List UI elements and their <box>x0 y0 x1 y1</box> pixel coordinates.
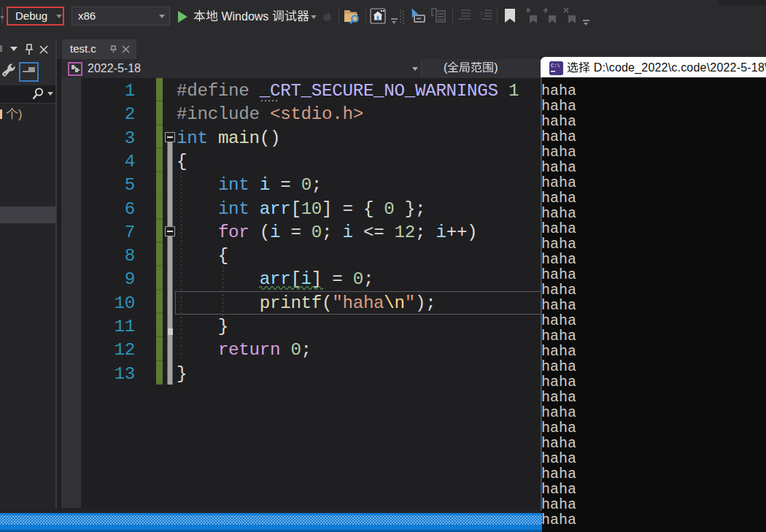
svg-text:C:\: C:\ <box>551 63 560 69</box>
svg-text:?: ? <box>479 10 483 19</box>
